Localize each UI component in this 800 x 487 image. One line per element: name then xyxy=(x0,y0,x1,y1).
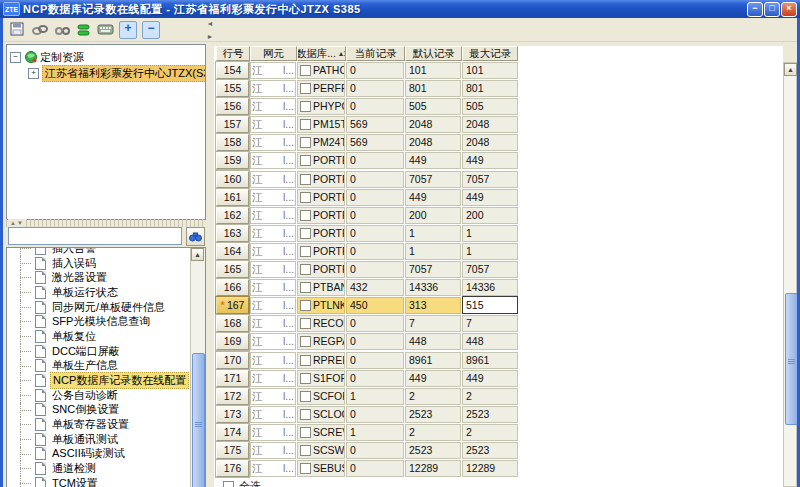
current-records-cell[interactable]: 0 xyxy=(346,207,404,224)
tree-scrollbar[interactable]: ▲ xyxy=(190,248,205,487)
default-records-cell[interactable]: 1 xyxy=(405,225,461,242)
horizontal-splitter[interactable]: ▲▼ xyxy=(6,219,204,227)
row-number-button[interactable]: 176 xyxy=(216,460,249,477)
database-cell[interactable]: PERFR... xyxy=(297,80,345,97)
default-records-cell[interactable]: 2523 xyxy=(405,406,461,423)
default-records-cell[interactable]: 8961 xyxy=(405,352,461,369)
network-element-cell[interactable]: 江l... xyxy=(250,189,296,206)
link-icon[interactable] xyxy=(31,21,48,38)
tree-scrollbar-thumb[interactable] xyxy=(192,353,205,487)
tree-item[interactable]: 同步网元/单板硬件信息 xyxy=(7,300,189,315)
current-records-cell[interactable]: 569 xyxy=(346,116,404,133)
max-records-cell[interactable]: 1 xyxy=(462,225,518,242)
default-records-cell[interactable]: 1 xyxy=(405,243,461,260)
tree-item[interactable]: 单板复位 xyxy=(7,329,189,344)
default-records-cell[interactable]: 2048 xyxy=(405,116,461,133)
row-number-button[interactable]: 161 xyxy=(216,189,249,206)
row-checkbox[interactable] xyxy=(300,65,311,76)
network-element-cell[interactable]: 江l... xyxy=(250,207,296,224)
max-records-cell[interactable]: 7057 xyxy=(462,171,518,188)
row-checkbox[interactable] xyxy=(300,445,311,456)
tree-item[interactable]: ASCII码读测试 xyxy=(7,447,189,462)
max-records-cell[interactable]: 449 xyxy=(462,152,518,169)
current-records-cell[interactable]: 432 xyxy=(346,279,404,296)
row-number-button[interactable]: 163 xyxy=(216,225,249,242)
network-element-cell[interactable]: 江l... xyxy=(250,134,296,151)
row-checkbox[interactable] xyxy=(300,155,311,166)
row-checkbox[interactable] xyxy=(300,318,311,329)
network-element-cell[interactable]: 江l... xyxy=(250,442,296,459)
max-records-cell[interactable]: 515 xyxy=(462,296,518,314)
database-cell[interactable]: PHYPO... xyxy=(297,98,345,115)
default-records-cell[interactable]: 14336 xyxy=(405,279,461,296)
row-number-button[interactable]: 156 xyxy=(216,98,249,115)
col-header-network-element[interactable]: 网元 xyxy=(250,46,297,61)
row-checkbox[interactable] xyxy=(300,282,311,293)
network-element-cell[interactable]: 江l... xyxy=(250,261,296,278)
table-scrollbar[interactable]: ▲ xyxy=(783,62,797,487)
default-records-cell[interactable]: 7 xyxy=(405,315,461,332)
max-records-cell[interactable]: 2048 xyxy=(462,116,518,133)
row-number-button[interactable]: 160 xyxy=(216,171,249,188)
network-element-cell[interactable]: 江l... xyxy=(250,460,296,477)
col-header-max-records[interactable]: 最大记录 xyxy=(462,46,518,61)
row-number-button[interactable]: 166 xyxy=(216,279,249,296)
row-checkbox[interactable] xyxy=(300,119,311,130)
default-records-cell[interactable]: 505 xyxy=(405,98,461,115)
database-cell[interactable]: SCREVO xyxy=(297,424,345,441)
row-checkbox[interactable] xyxy=(300,427,311,438)
default-records-cell[interactable]: 7057 xyxy=(405,261,461,278)
network-element-cell[interactable]: 江l... xyxy=(250,315,296,332)
current-records-cell[interactable]: 0 xyxy=(346,225,404,242)
network-element-cell[interactable]: 江l... xyxy=(250,225,296,242)
max-records-cell[interactable]: 448 xyxy=(462,333,518,350)
database-cell[interactable]: RPREL... xyxy=(297,352,345,369)
collapse-icon[interactable]: − xyxy=(10,52,21,63)
default-records-cell[interactable]: 2048 xyxy=(405,134,461,151)
row-checkbox[interactable] xyxy=(300,246,311,257)
database-cell[interactable]: PM15TH... xyxy=(297,116,345,133)
close-button[interactable]: × xyxy=(781,2,797,17)
search-input[interactable] xyxy=(8,227,182,245)
max-records-cell[interactable]: 2048 xyxy=(462,134,518,151)
max-records-cell[interactable]: 449 xyxy=(462,370,518,387)
current-records-cell[interactable]: 0 xyxy=(346,370,404,387)
current-records-cell[interactable]: 0 xyxy=(346,333,404,350)
col-header-current-records[interactable]: 当前记录 xyxy=(346,46,405,61)
tree-node-ne[interactable]: + 江苏省福利彩票发行中心JTZX(S385 xyxy=(25,65,205,81)
splitter-up-icon[interactable]: ▲ xyxy=(10,220,17,226)
max-records-cell[interactable]: 7 xyxy=(462,315,518,332)
default-records-cell[interactable]: 2 xyxy=(405,424,461,441)
splitter-left-icon[interactable]: ◄ xyxy=(205,20,215,27)
current-records-cell[interactable]: 0 xyxy=(346,261,404,278)
current-records-cell[interactable]: 0 xyxy=(346,442,404,459)
tree-item[interactable]: 单板运行状态 xyxy=(7,285,189,300)
default-records-cell[interactable]: 448 xyxy=(405,333,461,350)
database-cell[interactable]: PORTP... xyxy=(297,207,345,224)
database-cell[interactable]: PATHC... xyxy=(297,62,345,79)
minus-button[interactable]: − xyxy=(142,21,160,39)
plus-button[interactable]: + xyxy=(119,21,137,39)
current-records-cell[interactable]: 0 xyxy=(346,315,404,332)
database-cell[interactable]: PM24TH... xyxy=(297,134,345,151)
current-records-cell[interactable]: 569 xyxy=(346,134,404,151)
current-records-cell[interactable]: 450 xyxy=(346,297,404,314)
default-records-cell[interactable]: 7057 xyxy=(405,171,461,188)
row-number-button[interactable]: 175 xyxy=(216,442,249,459)
network-element-cell[interactable]: 江l... xyxy=(250,243,296,260)
row-checkbox[interactable] xyxy=(300,210,311,221)
default-records-cell[interactable]: 313 xyxy=(405,297,461,314)
tree-item[interactable]: TCM设置 xyxy=(7,476,189,487)
database-cell[interactable]: PORTPA... xyxy=(297,171,345,188)
database-cell[interactable]: SCFOR... xyxy=(297,388,345,405)
max-records-cell[interactable]: 12289 xyxy=(462,460,518,477)
current-records-cell[interactable]: 0 xyxy=(346,98,404,115)
row-number-button[interactable]: 162 xyxy=(216,207,249,224)
row-number-button[interactable]: 170 xyxy=(216,352,249,369)
network-element-cell[interactable]: 江l... xyxy=(250,62,296,79)
tree-item[interactable]: 通道检测 xyxy=(7,461,189,476)
current-records-cell[interactable]: 0 xyxy=(346,171,404,188)
tree-item[interactable]: SFP光模块信息查询 xyxy=(7,314,189,329)
row-checkbox[interactable] xyxy=(300,264,311,275)
database-cell[interactable]: PORTRL... xyxy=(297,261,345,278)
